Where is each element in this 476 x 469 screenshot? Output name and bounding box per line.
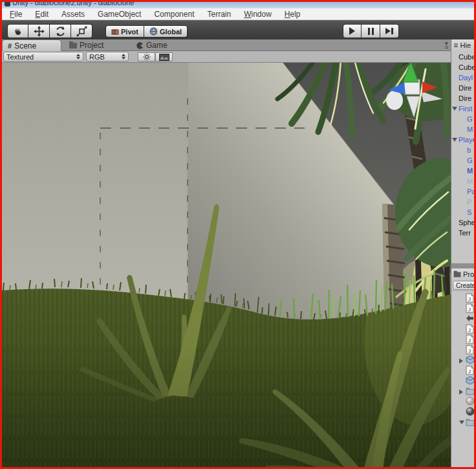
foldout-arrow-icon[interactable] <box>452 138 457 142</box>
move-tool-button[interactable] <box>28 24 50 38</box>
grass-vignette <box>2 341 451 469</box>
project-folder-icon <box>69 43 77 49</box>
global-button[interactable]: Global <box>144 25 188 38</box>
play-button[interactable] <box>343 24 362 38</box>
scene-lighting-toggle[interactable] <box>138 52 155 61</box>
pause-button[interactable] <box>362 24 380 38</box>
menu-item-assets[interactable]: Assets <box>55 8 91 20</box>
project-asset-row[interactable]: J <box>451 345 475 355</box>
hierarchy-item[interactable]: M <box>451 176 475 186</box>
project-asset-row[interactable]: J <box>451 303 475 314</box>
scale-tool-button[interactable] <box>71 24 92 38</box>
rotate-tool-button[interactable] <box>50 24 71 38</box>
hierarchy-item[interactable]: P <box>451 197 475 207</box>
menu-item-help[interactable]: Help <box>278 8 307 20</box>
project-asset-row[interactable] <box>451 376 475 386</box>
hierarchy-item-label: First <box>459 104 472 114</box>
hierarchy-item-label: Cube <box>459 62 475 72</box>
hierarchy-item[interactable]: Cube <box>451 62 475 72</box>
foldout-arrow-icon[interactable] <box>452 107 457 111</box>
pivot-icon <box>111 28 119 36</box>
hierarchy-item[interactable]: M <box>451 124 475 135</box>
scene-control-bar: Textured RGB <box>2 51 451 63</box>
tab-game[interactable]: Game <box>136 39 168 51</box>
menu-item-gameobject[interactable]: GameObject <box>91 8 147 20</box>
tab-project-panel[interactable]: Pro <box>451 268 475 280</box>
hierarchy-item[interactable]: M <box>451 166 475 176</box>
script-icon: J <box>466 324 475 334</box>
panel-splitter[interactable] <box>451 263 475 268</box>
hierarchy-item-label: S <box>467 207 471 217</box>
updown-arrows-icon <box>122 54 125 60</box>
project-asset-row[interactable] <box>451 397 475 407</box>
window-title: Unity - diablocione2.unity - diablocione <box>12 2 134 6</box>
hierarchy-item-label: Cube <box>459 52 475 62</box>
view-tabstrip: # Scene Project Game ▾≡ <box>2 39 451 51</box>
project-asset-row[interactable] <box>451 355 475 365</box>
list-icon: ≣ <box>453 42 459 49</box>
tab-scene[interactable]: # Scene <box>2 39 61 51</box>
hierarchy-item-label: P <box>467 197 471 207</box>
play-icon <box>349 27 355 35</box>
hierarchy-item[interactable]: Cube <box>451 52 475 62</box>
pane-options-icon[interactable]: ▾≡ <box>445 41 448 49</box>
hierarchy-item-label: M <box>467 124 473 135</box>
project-asset-row[interactable] <box>451 407 475 417</box>
hierarchy-item[interactable]: Playe <box>451 135 475 145</box>
menu-item-edit[interactable]: Edit <box>28 8 55 20</box>
hierarchy-item[interactable]: Dayl <box>451 72 475 83</box>
scene-grid-icon: # <box>8 42 12 50</box>
tab-game-label: Game <box>146 41 168 50</box>
menu-item-window[interactable]: Window <box>237 8 278 20</box>
hierarchy-item-label: Dire <box>459 93 471 104</box>
hierarchy-item[interactable]: G <box>451 114 475 124</box>
menu-bar: FileEditAssetsGameObjectComponentTerrain… <box>2 8 474 20</box>
project-asset-row[interactable]: J <box>451 324 475 334</box>
create-button[interactable]: Create <box>453 281 476 290</box>
render-mode-dropdown[interactable]: Textured <box>3 52 83 61</box>
hierarchy-item-label: Terr <box>459 228 471 238</box>
hierarchy-item[interactable]: Dire <box>451 93 475 104</box>
hierarchy-item-label: G <box>467 114 473 124</box>
hierarchy-item[interactable]: b <box>451 145 475 155</box>
project-asset-row[interactable] <box>451 386 475 397</box>
move-icon <box>34 26 45 37</box>
hierarchy-item[interactable]: First <box>451 104 475 114</box>
hierarchy-item-label: G <box>467 155 473 166</box>
hierarchy-panel: CubeCubeDaylDireDireFirstGMPlayebGMMPaPS… <box>451 51 475 263</box>
foldout-arrow-icon[interactable] <box>459 389 463 395</box>
color-channel-dropdown[interactable]: RGB <box>86 52 129 61</box>
window-titlebar[interactable]: Unity - diablocione2.unity - diablocione <box>2 2 474 8</box>
unity-app-icon <box>5 2 10 6</box>
menu-item-file[interactable]: File <box>3 8 28 20</box>
hierarchy-item[interactable]: Sphe <box>451 217 475 228</box>
menu-item-terrain[interactable]: Terrain <box>200 8 237 20</box>
hierarchy-item[interactable]: Pa <box>451 186 475 197</box>
project-asset-row[interactable]: J <box>451 293 475 303</box>
project-asset-row[interactable]: J <box>451 365 475 376</box>
foldout-arrow-icon[interactable] <box>459 420 464 424</box>
scene-skybox-toggle[interactable] <box>155 52 173 61</box>
tab-hierarchy[interactable]: ≣ Hie <box>451 39 475 51</box>
script-icon: J <box>466 303 475 313</box>
project-asset-row[interactable]: J <box>451 334 475 345</box>
hierarchy-item[interactable]: Terr <box>451 228 475 238</box>
project-asset-row[interactable] <box>451 314 475 324</box>
project-asset-list: JJJJJJ <box>451 291 475 469</box>
scale-icon <box>76 26 87 37</box>
hierarchy-item[interactable]: G <box>451 155 475 166</box>
hand-tool-button[interactable] <box>7 24 28 38</box>
project-create-bar: Create <box>451 280 475 291</box>
foldout-arrow-icon[interactable] <box>459 358 463 364</box>
playback-controls <box>343 24 399 38</box>
tab-project[interactable]: Project <box>69 39 103 51</box>
folder-icon <box>454 272 461 277</box>
menu-item-component[interactable]: Component <box>147 8 200 20</box>
project-asset-row[interactable] <box>451 417 475 428</box>
pivot-button[interactable]: Pivot <box>105 25 144 38</box>
step-button[interactable] <box>380 24 399 38</box>
hierarchy-item[interactable]: S <box>451 207 475 217</box>
hierarchy-tabstrip: ≣ Hie <box>451 39 475 51</box>
hierarchy-item[interactable]: Dire <box>451 83 475 93</box>
scene-viewport[interactable] <box>2 63 451 469</box>
